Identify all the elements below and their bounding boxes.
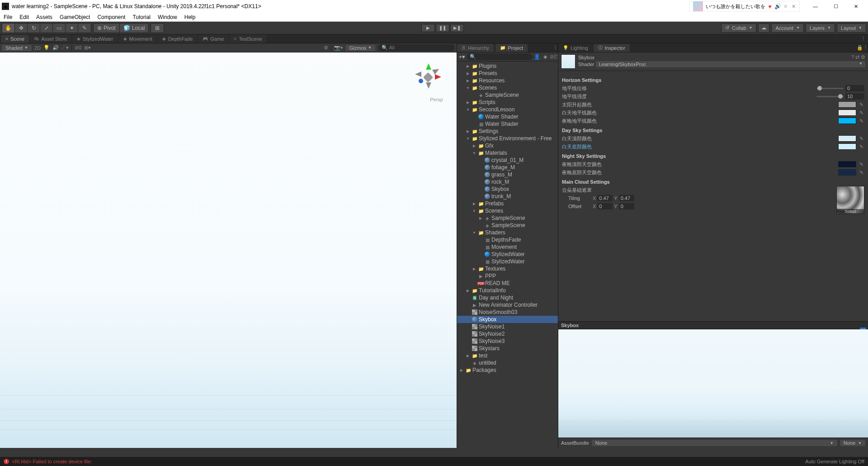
gizmo-axis[interactable] — [415, 71, 421, 77]
tree-row[interactable]: ▦StylizedWater — [457, 258, 558, 265]
eyedropper-icon[interactable]: ✎ — [858, 144, 864, 150]
pause-button[interactable]: ❚❚ — [436, 24, 449, 32]
tree-row[interactable]: ▦Movement — [457, 243, 558, 251]
auto-generate-status[interactable]: Auto Generate Lighting Off — [805, 459, 864, 464]
offset-y[interactable]: 0 — [619, 203, 634, 209]
tree-row[interactable]: Skybox — [457, 185, 558, 193]
tree-row[interactable]: 📁Textures — [457, 265, 558, 272]
tab-game[interactable]: 🎮Game — [198, 35, 228, 43]
scene-search[interactable]: 🔍 All — [378, 44, 455, 51]
shader-dropdown[interactable]: Learning/SkyboxProc▼ — [596, 61, 865, 67]
layout-dropdown[interactable]: Layout▼ — [837, 24, 866, 33]
panel-menu[interactable]: ⋮ — [863, 45, 868, 51]
tree-row[interactable]: 📁Gfx — [457, 142, 558, 149]
tree-row[interactable]: ▦DepthsFade — [457, 236, 558, 243]
material-thumbnail[interactable] — [561, 54, 576, 69]
fx-toggle[interactable]: ☄▾ — [61, 45, 69, 51]
tree-row[interactable]: 📁Resources — [457, 77, 558, 84]
tree-row[interactable]: crystal_01_M — [457, 157, 558, 164]
menu-file[interactable]: File — [4, 14, 12, 20]
tree-row[interactable]: PDFREAD ME — [457, 280, 558, 287]
tree-row[interactable]: 📁TutorialInfo — [457, 287, 558, 294]
tree-row[interactable]: 📁Presets — [457, 70, 558, 77]
tree-row[interactable]: ▦Water Shader — [457, 120, 558, 128]
tree-row[interactable]: 📁SecondLesson — [457, 106, 558, 113]
project-search[interactable]: 🔍 — [467, 53, 533, 60]
camera-icon[interactable]: 📷▾ — [334, 45, 343, 51]
maximize-button[interactable]: ☐ — [826, 0, 846, 13]
tab-inspector[interactable]: ⓘInspector — [594, 44, 630, 52]
color-swatch[interactable] — [838, 101, 856, 108]
create-button[interactable]: +▾ — [458, 53, 466, 60]
tiling-y[interactable]: 0.47 — [619, 195, 634, 201]
scene-viewport[interactable]: Persp — [0, 52, 457, 448]
gizmo-center[interactable] — [423, 72, 434, 83]
tab-scene[interactable]: ⌗Scene — [1, 35, 29, 43]
favorite-icon[interactable]: ◆ — [542, 54, 549, 60]
tree-row[interactable]: SkyNoise2 — [457, 330, 558, 338]
gear-icon[interactable]: ⚙ — [861, 54, 865, 60]
color-swatch[interactable] — [838, 135, 856, 142]
tree-row[interactable]: Skystars — [457, 345, 558, 352]
tree-row[interactable]: Water Shader — [457, 113, 558, 120]
horizon-intensity-value[interactable]: 10 — [845, 93, 864, 100]
menu-gameobject[interactable]: GameObject — [60, 14, 90, 20]
grid-toggle[interactable]: ⊞▾ — [84, 45, 91, 51]
volume-icon[interactable]: 🔊 — [774, 3, 781, 10]
audio-toggle[interactable]: 🔊 — [52, 45, 59, 51]
cloud-button[interactable]: ☁ — [758, 24, 769, 33]
slider[interactable] — [816, 88, 844, 89]
scale-tool[interactable]: ⤢ — [40, 24, 53, 33]
gizmo-y-axis[interactable] — [426, 63, 431, 70]
tab-stylizedwater[interactable]: ◈StylizedWater — [72, 35, 118, 43]
tab-lighting[interactable]: 💡Lighting — [558, 44, 593, 52]
snap-toggle[interactable]: ⊞ — [151, 24, 164, 33]
tree-row[interactable]: 📁Scripts — [457, 99, 558, 106]
pivot-toggle[interactable]: ⊕Pivot — [94, 24, 120, 33]
tree-row[interactable]: Skybox — [457, 316, 558, 323]
eyedropper-icon[interactable]: ✎ — [858, 102, 864, 108]
tree-row[interactable]: ◈SampleScene — [457, 222, 558, 229]
preset-icon[interactable]: ⇄ — [855, 54, 859, 60]
tab-project[interactable]: 📁Project — [495, 44, 528, 52]
color-swatch[interactable] — [838, 143, 856, 150]
gizmo-x-axis[interactable] — [435, 74, 441, 80]
tree-row[interactable]: ◈SampleScene — [457, 91, 558, 99]
tab-depthfade[interactable]: ◈DepthFade — [158, 35, 197, 43]
mode-2d[interactable]: 2D — [34, 45, 41, 51]
tree-row[interactable]: ▶PPP — [457, 272, 558, 280]
account-dropdown[interactable]: Account▼ — [771, 24, 804, 33]
tree-row[interactable]: trunk_M — [457, 193, 558, 200]
tree-row[interactable]: SDay and Night — [457, 294, 558, 301]
menu-component[interactable]: Component — [97, 14, 125, 20]
bundle-name-dropdown[interactable]: None▼ — [592, 440, 837, 446]
tools-icon[interactable]: ⚙ — [324, 45, 328, 51]
help-icon[interactable]: ? — [851, 54, 854, 60]
tree-row[interactable]: 📁Packages — [457, 366, 558, 374]
eyedropper-icon[interactable]: ✎ — [858, 162, 864, 167]
color-swatch[interactable] — [838, 161, 856, 167]
color-swatch[interactable] — [838, 169, 856, 176]
tree-row[interactable]: rock_M — [457, 178, 558, 185]
tab-hierarchy[interactable]: ☰Hierarchy — [457, 44, 494, 52]
project-tree[interactable]: 📁Plugins📁Presets📁Resources📁Scenes◈Sample… — [457, 62, 558, 448]
tree-row[interactable]: ◈untitled — [457, 359, 558, 366]
tiling-x[interactable]: 0.47 — [597, 195, 613, 201]
menu-tutorial[interactable]: Tutorial — [132, 14, 151, 20]
preview-header[interactable]: Skybox — [558, 321, 868, 329]
tree-row[interactable]: grass_M — [457, 171, 558, 178]
menu-edit[interactable]: Edit — [19, 14, 29, 20]
tree-row[interactable]: ▶New Animator Controller — [457, 301, 558, 309]
lock-icon[interactable]: 🔒 — [857, 45, 863, 51]
slider[interactable] — [816, 96, 844, 97]
move-tool[interactable]: ✥ — [15, 24, 28, 33]
tab-movement[interactable]: ◈Movement — [119, 35, 157, 43]
custom-tool[interactable]: ✎ — [78, 24, 91, 33]
tab-testscene[interactable]: ⌗TestScene — [229, 35, 266, 43]
tree-row[interactable]: foliage_M — [457, 164, 558, 171]
music-close-icon[interactable]: ✕ — [792, 4, 796, 10]
gizmos-dropdown[interactable]: Gizmos ▼ — [346, 45, 375, 51]
tree-row[interactable]: 📁Settings — [457, 128, 558, 135]
material-preview[interactable] — [558, 329, 868, 438]
play-button[interactable]: ▶ — [421, 24, 435, 32]
